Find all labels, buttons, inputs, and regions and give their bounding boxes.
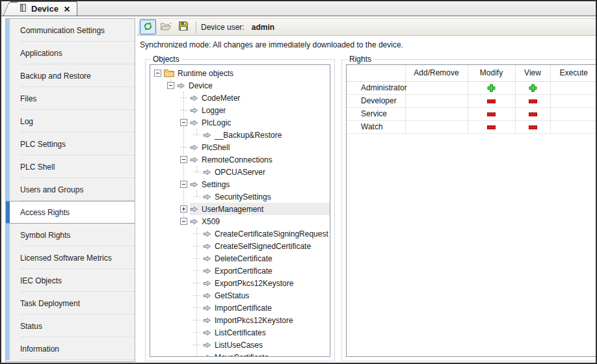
- tree-item-label: CodeMeter: [202, 94, 240, 103]
- close-icon[interactable]: [64, 6, 70, 12]
- sidebar-item-users-and-groups[interactable]: Users and Groups: [6, 178, 135, 201]
- sidebar: Communication SettingsApplicationsBackup…: [5, 18, 135, 362]
- arrow-icon: [190, 157, 198, 163]
- sidebar-item-plc-shell[interactable]: PLC Shell: [6, 155, 135, 178]
- collapse-icon[interactable]: [180, 119, 187, 126]
- refresh-icon: [143, 21, 153, 33]
- tab-device[interactable]: Device: [10, 1, 77, 16]
- tree-item-x509[interactable]: X509: [150, 215, 330, 228]
- expand-icon[interactable]: [180, 205, 187, 213]
- collapse-icon[interactable]: [180, 181, 187, 188]
- tree-item-movecertificate[interactable]: MoveCertificate: [150, 351, 330, 357]
- sidebar-item-backup-and-restore[interactable]: Backup and Restore: [6, 64, 135, 87]
- tree-item-exportcertificate[interactable]: ExportCertificate: [150, 265, 330, 277]
- sidebar-item-symbol-rights[interactable]: Symbol Rights: [6, 224, 135, 246]
- tree-item-securitysettings[interactable]: SecuritySettings: [150, 190, 330, 203]
- tree-item-label: GetStatus: [215, 291, 249, 300]
- tree-item-plcshell[interactable]: PlcShell: [150, 141, 330, 153]
- sidebar-item-task-deployment[interactable]: Task Deployment: [6, 292, 135, 315]
- tree-item-createcertificatesigningrequest[interactable]: CreateCertificateSigningRequest: [150, 228, 330, 240]
- tree-item-codemeter[interactable]: CodeMeter: [150, 92, 330, 104]
- tree-item-importpkcs12keystore[interactable]: ImportPkcs12Keystore: [150, 314, 330, 326]
- tree-item-importcertificate[interactable]: ImportCertificate: [150, 302, 330, 314]
- collapse-icon[interactable]: [167, 82, 174, 89]
- tree-item-usermanagement[interactable]: UserManagement: [150, 203, 330, 215]
- tree-item-settings[interactable]: Settings: [150, 178, 330, 190]
- device-user-value: admin: [252, 23, 274, 32]
- role-name: Watch: [347, 120, 405, 133]
- cell-add-remove[interactable]: [405, 94, 468, 107]
- tree-connector: [193, 230, 200, 237]
- tree-item-label: PlcLogic: [202, 118, 231, 127]
- tree-item-label: OPCUAServer: [215, 168, 265, 177]
- sidebar-item-licensed-software-metrics[interactable]: Licensed Software Metrics: [6, 246, 135, 269]
- tree-item-plclogic[interactable]: PlcLogic: [150, 116, 330, 129]
- tree-item-label: ImportCertificate: [215, 304, 272, 313]
- cell-execute[interactable]: [550, 81, 597, 94]
- sidebar-item-information[interactable]: Information: [6, 337, 135, 360]
- tree-connector: [193, 131, 200, 138]
- sidebar-item-log[interactable]: Log: [6, 110, 135, 133]
- cell-view[interactable]: [515, 94, 550, 107]
- collapse-icon[interactable]: [180, 156, 187, 163]
- collapse-icon[interactable]: [180, 218, 187, 225]
- refresh-button[interactable]: [140, 20, 156, 34]
- sidebar-item-label: Access Rights: [20, 208, 70, 217]
- rights-row-service: Service: [347, 107, 597, 120]
- sidebar-item-applications[interactable]: Applications: [6, 42, 135, 64]
- tree-connector: [193, 280, 200, 287]
- rights-row-developer: Developer: [347, 94, 597, 107]
- sidebar-item-iec-objects[interactable]: IEC Objects: [6, 269, 135, 292]
- cell-add-remove[interactable]: [405, 120, 468, 133]
- rights-col-header-modify: Modify: [468, 65, 515, 81]
- cell-modify[interactable]: [468, 81, 515, 94]
- cell-view[interactable]: [515, 107, 550, 120]
- tree-item-createselfsignedcertificate[interactable]: CreateSelfSignedCertificate: [150, 240, 330, 252]
- tree-item-label: RemoteConnections: [202, 155, 272, 164]
- tree-item-remoteconnections[interactable]: RemoteConnections: [150, 153, 330, 166]
- rights-col-header-add-remove: Add/Remove: [405, 65, 468, 81]
- role-name: Developer: [347, 94, 405, 107]
- sidebar-item-label: Task Deployment: [20, 299, 80, 308]
- cell-modify[interactable]: [468, 107, 515, 120]
- cell-add-remove[interactable]: [405, 81, 468, 94]
- cell-view[interactable]: [515, 81, 550, 94]
- cell-execute[interactable]: [550, 120, 597, 133]
- cell-view[interactable]: [515, 120, 550, 133]
- tree-item-logger[interactable]: Logger: [150, 104, 330, 116]
- arrow-icon: [203, 330, 211, 336]
- sidebar-item-files[interactable]: Files: [6, 87, 135, 110]
- cell-execute[interactable]: [550, 107, 597, 120]
- tree-connector: [193, 242, 200, 250]
- sidebar-item-plc-settings[interactable]: PLC Settings: [6, 133, 135, 155]
- tree-item-listcertificates[interactable]: ListCertificates: [150, 326, 330, 339]
- tree-item-listusecases[interactable]: ListUseCases: [150, 339, 330, 351]
- tree-item-label: Runtime objects: [178, 69, 233, 78]
- tree-item-backup-restore[interactable]: __Backup&Restore: [150, 129, 330, 141]
- tree-connector: [193, 292, 200, 299]
- sidebar-item-status[interactable]: Status: [6, 315, 135, 337]
- sidebar-item-communication-settings[interactable]: Communication Settings: [6, 19, 135, 42]
- cell-modify[interactable]: [468, 94, 515, 107]
- arrow-icon: [203, 292, 211, 299]
- tree-item-device[interactable]: Device: [150, 79, 330, 92]
- sidebar-item-access-rights[interactable]: Access Rights: [6, 201, 135, 224]
- tree-item-exportpkcs12keystore[interactable]: ExportPkcs12Keystore: [150, 277, 330, 289]
- arrow-icon: [203, 280, 211, 287]
- tree-item-opcuaserver[interactable]: OPCUAServer: [150, 166, 330, 178]
- arrow-icon: [203, 354, 211, 358]
- tree-connector: [193, 341, 200, 348]
- open-folder-button[interactable]: [157, 20, 174, 34]
- cell-execute[interactable]: [550, 94, 597, 107]
- arrow-icon: [190, 95, 198, 101]
- sidebar-item-label: Status: [20, 322, 42, 331]
- cell-modify[interactable]: [468, 120, 515, 133]
- collapse-icon[interactable]: [154, 70, 161, 77]
- tree-item-deletecertificate[interactable]: DeleteCertificate: [150, 252, 330, 265]
- tree-connector: [193, 329, 200, 336]
- tree-item-runtime-objects[interactable]: Runtime objects: [150, 67, 330, 79]
- save-button[interactable]: [175, 20, 191, 34]
- arrow-icon: [203, 342, 211, 348]
- cell-add-remove[interactable]: [405, 107, 468, 120]
- tree-item-getstatus[interactable]: GetStatus: [150, 289, 330, 302]
